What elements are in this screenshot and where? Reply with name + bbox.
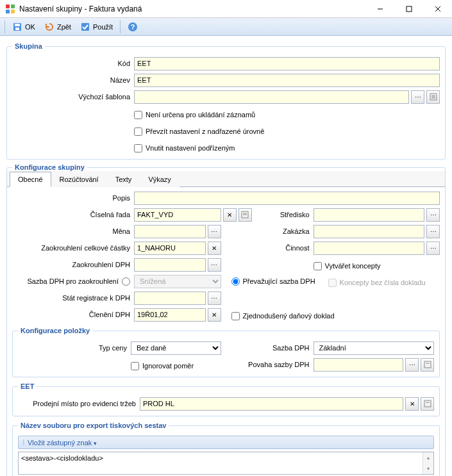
sazba-zaok-label: Sazba DPH pro zaokrouhlení xyxy=(28,277,119,285)
svg-rect-1 xyxy=(11,4,15,8)
zakazka-input[interactable] xyxy=(314,225,425,238)
misto-clear-button[interactable]: ✕ xyxy=(405,397,419,411)
cleneni-clear-button[interactable]: ✕ xyxy=(208,308,221,322)
export-text[interactable]: <sestava>-<cislodokladu> xyxy=(19,452,423,474)
typ-ceny-select[interactable]: Bez daně xyxy=(131,341,221,355)
group-konfigurace-skupiny: Konfigurace skupiny Obecné Rozúčtování T… xyxy=(6,163,446,476)
minimize-button[interactable] xyxy=(365,0,394,18)
group-konfigurace-polozky: Konfigurace položky Typ ceny Bez daně Ig… xyxy=(12,327,440,377)
cb-vnutit[interactable]: Vnutit nastavení podřízeným xyxy=(134,144,235,152)
sazba-zaok-radio[interactable] xyxy=(122,277,130,286)
insert-placeholder-button[interactable]: Vložit zástupný znak xyxy=(28,439,97,447)
sablona-detail-button[interactable] xyxy=(426,90,440,104)
svg-rect-9 xyxy=(15,24,20,26)
svg-rect-0 xyxy=(6,4,10,8)
zaok-celk-clear-button[interactable]: ✕ xyxy=(208,242,221,255)
sazba-zaok-select: Snížená xyxy=(134,275,221,288)
tab-rozuctovani[interactable]: Rozúčtování xyxy=(51,172,107,187)
cb-ignor-pomer[interactable]: Ignorovat poměr xyxy=(131,362,194,370)
cb-vytv-koncepty[interactable]: Vytvářet koncepty xyxy=(314,262,381,270)
apply-icon xyxy=(80,22,90,32)
svg-rect-2 xyxy=(6,10,10,13)
cinnost-lookup-button[interactable]: ⋯ xyxy=(426,242,440,255)
rada-input[interactable] xyxy=(134,208,221,222)
tab-texty[interactable]: Texty xyxy=(107,172,140,187)
window-title: Nastavení skupiny - Faktura vydaná xyxy=(19,4,365,13)
cb-neni-urcena[interactable]: Není určena pro ukládání záznamů xyxy=(134,111,255,119)
zakazka-label: Zakázka xyxy=(231,227,314,235)
svg-rect-11 xyxy=(81,23,89,31)
sablona-lookup-button[interactable]: ⋯ xyxy=(411,90,424,104)
cb-prevzit[interactable]: Převzít nastavení z nadřazené úrovně xyxy=(134,127,264,136)
stredisko-label: Středisko xyxy=(231,211,314,218)
group-export: Název souboru pro export tiskových sesta… xyxy=(12,422,440,476)
zaok-celk-input[interactable] xyxy=(134,242,206,255)
group-skupina: Skupina Kód Název Výchozí šablona ⋯ Není… xyxy=(6,42,446,160)
povaha-label: Povaha sazby DPH xyxy=(231,361,314,368)
misto-input[interactable] xyxy=(140,397,403,411)
sablona-label: Výchozí šablona xyxy=(12,93,134,101)
undo-icon xyxy=(44,22,54,32)
cb-konc-bez: Koncepty bez čísla dokladu xyxy=(328,279,440,287)
group-eet: EET Prodejní místo pro evidenci tržeb ✕ xyxy=(12,382,440,416)
tabs: Obecné Rozúčtování Texty Výkazy xyxy=(7,171,445,187)
maximize-button[interactable] xyxy=(394,0,423,18)
back-label: Zpět xyxy=(57,23,71,31)
misto-detail-button[interactable] xyxy=(421,397,434,411)
cinnost-input[interactable] xyxy=(314,242,425,255)
help-button[interactable]: ? xyxy=(124,20,142,34)
sazba-dph-label: Sazba DPH xyxy=(231,344,314,352)
insert-placeholder-bar: ⁞ Vložit zástupný znak xyxy=(18,436,434,449)
zaok-dph-label: Zaokrouhlení DPH xyxy=(12,261,134,268)
tab-obecne[interactable]: Obecné xyxy=(10,172,51,187)
cb-zjednoduseny[interactable]: Zjednodušený daňový doklad xyxy=(231,312,335,320)
cinnost-label: Činnost xyxy=(231,244,314,252)
apply-label: Použít xyxy=(93,23,113,31)
apply-button[interactable]: Použít xyxy=(76,20,117,34)
export-legend: Název souboru pro export tiskových sesta… xyxy=(18,422,169,429)
zaok-dph-lookup-button[interactable]: ⋯ xyxy=(208,258,221,272)
eet-legend: EET xyxy=(18,382,37,390)
rada-label: Číselná řada xyxy=(12,211,134,218)
grip-icon: ⁞ xyxy=(22,438,25,447)
povaha-detail-button[interactable] xyxy=(421,358,434,372)
cleneni-input[interactable] xyxy=(134,308,206,322)
back-button[interactable]: Zpět xyxy=(40,20,75,34)
skupina-legend: Skupina xyxy=(12,42,45,50)
mena-input[interactable] xyxy=(134,225,206,238)
ok-label: OK xyxy=(25,23,35,31)
povaha-input[interactable] xyxy=(314,358,404,372)
stredisko-lookup-button[interactable]: ⋯ xyxy=(426,208,440,222)
zaok-dph-input[interactable] xyxy=(134,258,206,272)
help-icon: ? xyxy=(128,22,138,32)
stat-lookup-button[interactable]: ⋯ xyxy=(208,291,221,305)
svg-rect-21 xyxy=(424,361,431,368)
zakazka-lookup-button[interactable]: ⋯ xyxy=(426,225,440,238)
sablona-input[interactable] xyxy=(134,90,409,104)
zaok-celk-label: Zaokrouhlení celkové částky xyxy=(12,244,134,252)
cleneni-label: Členění DPH xyxy=(12,311,134,318)
ok-button[interactable]: OK xyxy=(8,20,39,34)
svg-rect-5 xyxy=(406,6,412,12)
mena-lookup-button[interactable]: ⋯ xyxy=(208,225,221,238)
scrollbar[interactable]: ▴▾ xyxy=(423,452,433,474)
typ-ceny-label: Typ ceny xyxy=(18,344,131,352)
close-button[interactable] xyxy=(423,0,452,18)
popis-input[interactable] xyxy=(134,192,440,205)
stredisko-input[interactable] xyxy=(314,208,425,222)
tab-vykazy[interactable]: Výkazy xyxy=(140,172,179,187)
svg-rect-3 xyxy=(11,10,15,13)
toolbar: OK Zpět Použít ? xyxy=(0,18,452,36)
povaha-lookup-button[interactable]: ⋯ xyxy=(405,358,419,372)
mena-label: Měna xyxy=(12,227,134,235)
misto-label: Prodejní místo pro evidenci tržeb xyxy=(18,400,140,407)
nazev-input[interactable] xyxy=(134,74,440,87)
svg-rect-10 xyxy=(15,28,19,30)
kod-input[interactable] xyxy=(134,57,440,70)
titlebar: Nastavení skupiny - Faktura vydaná xyxy=(0,0,452,18)
sazba-dph-select[interactable]: Základní xyxy=(314,341,435,355)
radio-prev-sazba[interactable]: Převažující sazba DPH xyxy=(231,277,315,286)
svg-rect-23 xyxy=(424,400,431,407)
nazev-label: Název xyxy=(12,76,134,84)
stat-input[interactable] xyxy=(134,291,206,305)
